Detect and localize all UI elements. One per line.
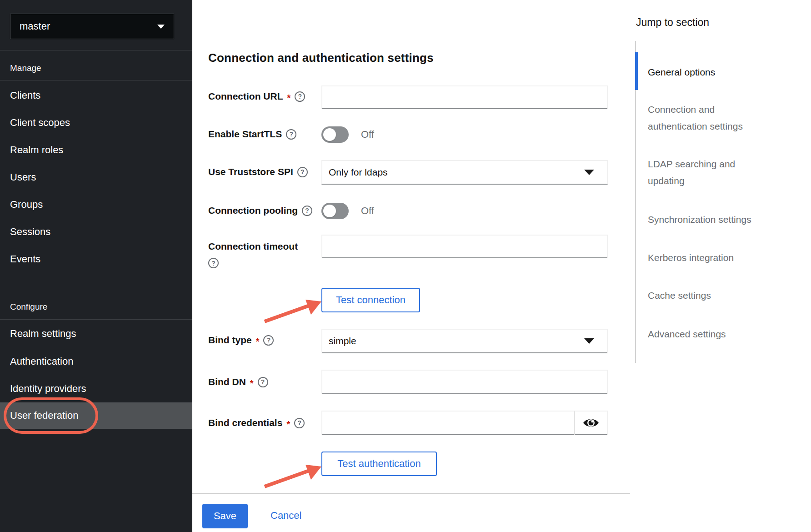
jump-to-section-title: Jump to section [636, 16, 709, 29]
bind-type-label: Bind type * ? [208, 335, 274, 346]
bind-credentials-input[interactable] [321, 411, 574, 435]
required-asterisk: * [287, 93, 290, 103]
help-icon[interactable]: ? [263, 335, 274, 346]
jump-item-ldap-searching[interactable]: LDAP searching and updating [648, 156, 757, 189]
test-connection-button[interactable]: Test connection [321, 288, 420, 312]
required-asterisk: * [286, 419, 290, 430]
use-truststore-spi-select[interactable]: Only for ldaps [321, 160, 608, 185]
jump-item-synchronization[interactable]: Synchronization settings [648, 211, 757, 228]
connection-pooling-label: Connection pooling ? [208, 205, 312, 216]
sidebar-item-client-scopes[interactable]: Client scopes [0, 109, 192, 136]
show-password-button[interactable] [574, 411, 608, 435]
annotation-arrow [260, 296, 326, 327]
jump-item-connection-auth[interactable]: Connection and authentication settings [648, 101, 757, 135]
sidebar-item-identity-providers[interactable]: Identity providers [0, 375, 192, 402]
page-title: Connection and authentication settings [208, 51, 434, 65]
chevron-down-icon [584, 170, 594, 175]
required-asterisk: * [256, 336, 260, 347]
chevron-down-icon [584, 338, 594, 344]
sidebar-item-events[interactable]: Events [0, 246, 192, 273]
realm-selector-value: master [20, 20, 157, 32]
sidebar-item-realm-roles[interactable]: Realm roles [0, 136, 192, 164]
jump-nav: General options Connection and authentic… [635, 41, 749, 363]
connection-pooling-toggle-row: Off [321, 203, 374, 219]
active-section-indicator [635, 52, 638, 90]
connection-pooling-toggle[interactable] [321, 203, 349, 219]
footer-divider [192, 493, 630, 494]
sidebar-section-configure: Configure [10, 302, 47, 312]
annotation-arrow [260, 460, 326, 492]
jump-item-cache[interactable]: Cache settings [648, 287, 757, 304]
help-icon[interactable]: ? [258, 377, 268, 387]
sidebar-item-authentication[interactable]: Authentication [0, 348, 192, 375]
required-asterisk: * [250, 378, 254, 389]
bind-credentials-field [321, 411, 608, 435]
enable-starttls-toggle-row: Off [321, 126, 374, 143]
help-icon[interactable]: ? [302, 206, 312, 216]
sidebar-item-clients[interactable]: Clients [0, 82, 192, 109]
realm-selector[interactable]: master [10, 14, 174, 39]
sidebar-item-realm-settings[interactable]: Realm settings [0, 320, 192, 347]
toggle-knob [323, 205, 336, 217]
help-icon[interactable]: ? [294, 418, 305, 428]
bind-credentials-label: Bind credentials * ? [208, 417, 305, 428]
enable-starttls-toggle[interactable] [321, 126, 349, 143]
connection-timeout-label: Connection timeout [208, 241, 298, 252]
connection-url-label: Connection URL * ? [208, 91, 305, 102]
sidebar-item-sessions[interactable]: Sessions [0, 218, 192, 246]
jump-item-kerberos[interactable]: Kerberos integration [648, 249, 757, 266]
help-icon[interactable]: ? [208, 258, 219, 268]
use-truststore-spi-label: Use Truststore SPI ? [208, 166, 308, 177]
sidebar-item-user-federation[interactable]: User federation [0, 402, 192, 429]
toggle-knob [323, 128, 336, 141]
sidebar-divider [0, 80, 192, 80]
bind-dn-label: Bind DN * ? [208, 376, 268, 387]
bind-dn-input[interactable] [321, 370, 608, 394]
sidebar-item-groups[interactable]: Groups [0, 191, 192, 218]
keycloak-admin-console: master Manage Clients Client scopes Real… [0, 0, 811, 532]
bind-type-select[interactable]: simple [321, 329, 608, 353]
enable-starttls-label: Enable StartTLS ? [208, 129, 296, 140]
help-icon[interactable]: ? [286, 129, 296, 140]
jump-item-advanced[interactable]: Advanced settings [648, 326, 757, 342]
connection-timeout-help: ? [208, 258, 219, 268]
sidebar-divider [0, 50, 192, 50]
connection-pooling-state: Off [361, 205, 374, 217]
sidebar-item-users[interactable]: Users [0, 164, 192, 191]
eye-icon [583, 417, 599, 429]
cancel-link[interactable]: Cancel [270, 510, 301, 522]
save-button[interactable]: Save [202, 504, 248, 528]
help-icon[interactable]: ? [295, 91, 305, 102]
sidebar-divider [0, 319, 192, 320]
help-icon[interactable]: ? [297, 167, 308, 177]
chevron-down-icon [157, 25, 165, 29]
sidebar: master Manage Clients Client scopes Real… [0, 0, 192, 532]
test-authentication-button[interactable]: Test authentication [321, 452, 437, 476]
connection-timeout-input[interactable] [321, 235, 608, 258]
connection-url-input[interactable] [321, 85, 608, 109]
enable-starttls-state: Off [361, 129, 374, 141]
sidebar-section-manage: Manage [10, 63, 41, 73]
jump-item-general-options[interactable]: General options [648, 64, 757, 80]
